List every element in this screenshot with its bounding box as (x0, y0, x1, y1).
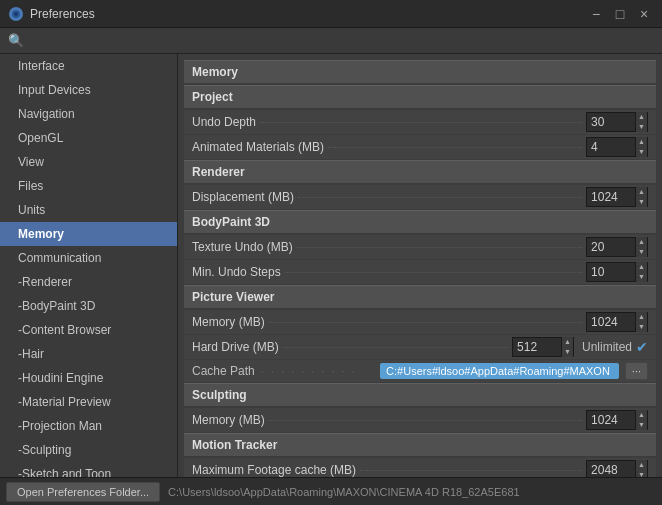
input-texture-undo[interactable] (587, 240, 635, 254)
section-header-project: Project (184, 85, 656, 108)
spinner-up-memory-mb[interactable]: ▲ (636, 312, 647, 322)
close-button[interactable]: × (634, 4, 654, 24)
field-input-displacement: ▲ ▼ (586, 187, 648, 207)
field-label-texture-undo: Texture Undo (MB) (192, 240, 293, 254)
field-input-max-footage-cache: ▲ ▼ (586, 460, 648, 477)
window-title: Preferences (30, 7, 586, 21)
searchbar: 🔍 (0, 28, 662, 54)
spinner-down-texture-undo[interactable]: ▼ (636, 247, 647, 257)
input-animated-materials[interactable] (587, 140, 635, 154)
field-label-max-footage-cache: Maximum Footage cache (MB) (192, 463, 356, 477)
field-input-hard-drive-mb: ▲ ▼ (512, 337, 574, 357)
dot-fill (260, 122, 582, 123)
spinner-up-displacement[interactable]: ▲ (636, 187, 647, 197)
sidebar-item-bodypaint[interactable]: -BodyPaint 3D (0, 294, 177, 318)
unlimited-option: Unlimited ✔ (582, 339, 648, 355)
minimize-button[interactable]: − (586, 4, 606, 24)
section-header-bodypaint: BodyPaint 3D (184, 210, 656, 233)
spinner-texture-undo: ▲ ▼ (635, 237, 647, 257)
spinner-up-hard-drive-mb[interactable]: ▲ (562, 337, 573, 347)
input-memory-mb[interactable] (587, 315, 635, 329)
spinner-down-min-undo-steps[interactable]: ▼ (636, 272, 647, 282)
spinner-down-memory-mb[interactable]: ▼ (636, 322, 647, 332)
spinner-undo-depth: ▲ ▼ (635, 112, 647, 132)
dot-fill (360, 470, 582, 471)
spinner-hard-drive-mb: ▲ ▼ (561, 337, 573, 357)
spinner-down-sculpt-memory[interactable]: ▼ (636, 420, 647, 430)
sidebar-item-hair[interactable]: -Hair (0, 342, 177, 366)
input-undo-depth[interactable] (587, 115, 635, 129)
section-header-motion-tracker: Motion Tracker (184, 433, 656, 456)
spinner-sculpt-memory: ▲ ▼ (635, 410, 647, 430)
spinner-down-animated-materials[interactable]: ▼ (636, 147, 647, 157)
main-layout: Interface Input Devices Navigation OpenG… (0, 54, 662, 477)
sidebar-item-communication[interactable]: Communication (0, 246, 177, 270)
field-row-sculpt-memory: Memory (MB) ▲ ▼ (184, 408, 656, 432)
sidebar-item-files[interactable]: Files (0, 174, 177, 198)
field-label-cache-path: Cache Path (192, 364, 255, 378)
dot-fill (283, 347, 508, 348)
input-max-footage-cache[interactable] (587, 463, 635, 477)
field-row-hard-drive-mb: Hard Drive (MB) ▲ ▼ Unlimited ✔ (184, 335, 656, 359)
section-header-picture-viewer: Picture Viewer (184, 285, 656, 308)
dot-fill (297, 247, 582, 248)
dot-fill (285, 272, 582, 273)
spinner-up-sculpt-memory[interactable]: ▲ (636, 410, 647, 420)
sidebar-item-content-browser[interactable]: -Content Browser (0, 318, 177, 342)
field-row-max-footage-cache: Maximum Footage cache (MB) ▲ ▼ (184, 458, 656, 477)
spinner-down-undo-depth[interactable]: ▼ (636, 122, 647, 132)
content-area: Memory Project Undo Depth ▲ ▼ Animated M… (178, 54, 662, 477)
field-row-cache-path: Cache Path · · · · · · · · · · C:#Users#… (184, 360, 656, 382)
section-header-renderer: Renderer (184, 160, 656, 183)
spinner-down-hard-drive-mb[interactable]: ▼ (562, 347, 573, 357)
input-hard-drive-mb[interactable] (513, 340, 561, 354)
spinner-up-animated-materials[interactable]: ▲ (636, 137, 647, 147)
sidebar-item-material-preview[interactable]: -Material Preview (0, 390, 177, 414)
unlimited-label: Unlimited (582, 340, 632, 354)
titlebar: Preferences − □ × (0, 0, 662, 28)
field-label-displacement: Displacement (MB) (192, 190, 294, 204)
cache-path-browse-button[interactable]: ··· (625, 362, 648, 380)
spinner-displacement: ▲ ▼ (635, 187, 647, 207)
field-row-displacement: Displacement (MB) ▲ ▼ (184, 185, 656, 209)
dot-fill (269, 420, 582, 421)
field-label-animated-materials: Animated Materials (MB) (192, 140, 324, 154)
spinner-up-max-footage-cache[interactable]: ▲ (636, 460, 647, 470)
spinner-up-texture-undo[interactable]: ▲ (636, 237, 647, 247)
input-min-undo-steps[interactable] (587, 265, 635, 279)
unlimited-checkmark[interactable]: ✔ (636, 339, 648, 355)
input-displacement[interactable] (587, 190, 635, 204)
field-row-undo-depth: Undo Depth ▲ ▼ (184, 110, 656, 134)
field-row-memory-mb: Memory (MB) ▲ ▼ (184, 310, 656, 334)
dot-fill (298, 197, 582, 198)
sidebar-item-opengl[interactable]: OpenGL (0, 126, 177, 150)
spinner-down-max-footage-cache[interactable]: ▼ (636, 470, 647, 477)
spinner-up-undo-depth[interactable]: ▲ (636, 112, 647, 122)
spinner-animated-materials: ▲ ▼ (635, 137, 647, 157)
sidebar-item-renderer[interactable]: -Renderer (0, 270, 177, 294)
sidebar-item-navigation[interactable]: Navigation (0, 102, 177, 126)
spinner-up-min-undo-steps[interactable]: ▲ (636, 262, 647, 272)
sidebar-item-units[interactable]: Units (0, 198, 177, 222)
sidebar-item-houdini-engine[interactable]: -Houdini Engine (0, 366, 177, 390)
sidebar-item-view[interactable]: View (0, 150, 177, 174)
search-input[interactable] (28, 34, 654, 48)
field-input-animated-materials: ▲ ▼ (586, 137, 648, 157)
svg-point-2 (14, 12, 18, 16)
sidebar-item-interface[interactable]: Interface (0, 54, 177, 78)
sidebar-item-sculpting[interactable]: -Sculpting (0, 438, 177, 462)
field-row-min-undo-steps: Min. Undo Steps ▲ ▼ (184, 260, 656, 284)
sidebar-item-input-devices[interactable]: Input Devices (0, 78, 177, 102)
spinner-min-undo-steps: ▲ ▼ (635, 262, 647, 282)
preferences-path: C:\Users\ldsoo\AppData\Roaming\MAXON\CIN… (168, 486, 520, 498)
input-sculpt-memory[interactable] (587, 413, 635, 427)
sidebar-item-sketch-and-toon[interactable]: -Sketch and Toon (0, 462, 177, 477)
field-label-memory-mb: Memory (MB) (192, 315, 265, 329)
spinner-max-footage-cache: ▲ ▼ (635, 460, 647, 477)
cache-path-dots: · · · · · · · · · · (261, 365, 374, 377)
sidebar-item-memory[interactable]: Memory (0, 222, 177, 246)
spinner-down-displacement[interactable]: ▼ (636, 197, 647, 207)
open-preferences-folder-button[interactable]: Open Preferences Folder... (6, 482, 160, 502)
maximize-button[interactable]: □ (610, 4, 630, 24)
sidebar-item-projection-man[interactable]: -Projection Man (0, 414, 177, 438)
